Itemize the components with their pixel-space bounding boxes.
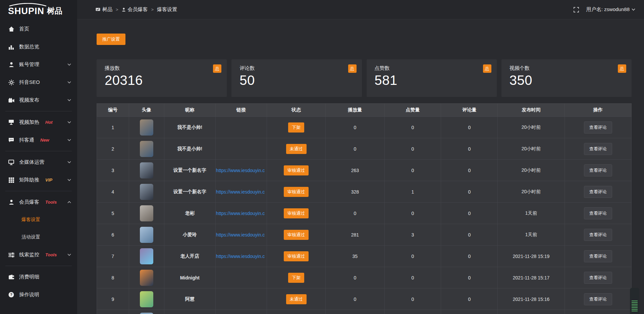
- cell-publish-time: [498, 310, 565, 314]
- cell-link[interactable]: https://www.iesdouyin.c: [215, 246, 267, 267]
- view-comments-button[interactable]: 查看评论: [584, 121, 612, 134]
- cell-link[interactable]: [215, 117, 267, 138]
- stat-value: 350: [509, 73, 624, 88]
- avatar[interactable]: [140, 141, 153, 157]
- cell-likes: 0: [384, 246, 441, 267]
- chevron-down-icon: [632, 8, 635, 11]
- stat-card-videos: 视频个数 350 总: [501, 59, 632, 97]
- signal-stripes-icon: [632, 301, 638, 312]
- sidebar-divider: [5, 151, 72, 151]
- breadcrumb-item-shupin[interactable]: 树品: [96, 6, 112, 13]
- table-row: [97, 310, 632, 314]
- cell-link[interactable]: [215, 138, 267, 160]
- status-badge[interactable]: 下架: [288, 273, 304, 283]
- sidebar-divider: [5, 266, 72, 266]
- cell-nickname: 老人开店: [164, 246, 215, 267]
- column-header: 发布时间: [498, 104, 565, 117]
- sidebar-item-clue-monitor[interactable]: 线索监控 Tools: [0, 246, 77, 264]
- cell-link[interactable]: https://www.iesdouyin.c: [215, 160, 267, 181]
- sidebar-item-home[interactable]: 首页: [0, 20, 77, 38]
- breadcrumb-item-member-baoke[interactable]: 会员爆客: [122, 6, 148, 13]
- chevron-down-icon: [67, 139, 71, 141]
- fullscreen-icon[interactable]: [574, 7, 579, 12]
- cell-link[interactable]: [215, 267, 267, 289]
- display-icon: [8, 159, 14, 165]
- avatar[interactable]: [140, 270, 153, 286]
- wallet-icon: [8, 274, 14, 280]
- cell-comments: 0: [441, 181, 498, 203]
- status-badge[interactable]: 下架: [288, 122, 304, 133]
- status-badge[interactable]: 审核通过: [284, 187, 309, 197]
- sidebar-item-video-heat[interactable]: 视频加热 Hot: [0, 113, 77, 131]
- cell-id: 4: [97, 181, 129, 203]
- sidebar-item-member-baoke[interactable]: 会员爆客 Tools: [0, 193, 77, 211]
- avatar[interactable]: [140, 205, 153, 221]
- view-comments-button[interactable]: 查看评论: [584, 143, 612, 155]
- view-comments-button[interactable]: 查看评论: [584, 164, 612, 176]
- sidebar-item-douketong[interactable]: 抖客通 New: [0, 131, 77, 149]
- bar-chart-icon: [8, 44, 14, 50]
- stat-label: 视频个数: [509, 65, 624, 71]
- table-row: 4 设置一个新名字 https://www.iesdouyin.c 审核通过 3…: [97, 181, 632, 203]
- sidebar-item-consumption-detail[interactable]: 消费明细: [0, 268, 77, 286]
- avatar[interactable]: [140, 227, 153, 243]
- cell-avatar: [129, 224, 164, 246]
- avatar[interactable]: [140, 162, 153, 178]
- floating-widget[interactable]: [630, 288, 639, 314]
- cell-link[interactable]: https://www.iesdouyin.c: [215, 224, 267, 246]
- chevron-down-icon: [67, 179, 71, 181]
- view-comments-button[interactable]: 查看评论: [584, 272, 612, 284]
- cell-id: 9: [97, 289, 129, 310]
- cell-id: 5: [97, 203, 129, 224]
- sidebar-divider: [5, 111, 72, 111]
- cell-plays: 0: [326, 117, 384, 138]
- user-menu[interactable]: 用户名: zswodun88: [586, 6, 635, 13]
- view-comments-button[interactable]: 查看评论: [584, 250, 612, 262]
- status-badge[interactable]: 审核通过: [284, 230, 309, 240]
- cell-avatar: [129, 138, 164, 160]
- sidebar-item-matrix-boost[interactable]: 矩阵助推 VIP: [0, 171, 77, 189]
- sidebar-item-video-publish[interactable]: 视频发布: [0, 91, 77, 109]
- view-comments-button[interactable]: 查看评论: [584, 207, 612, 219]
- view-comments-button[interactable]: 查看评论: [584, 293, 612, 305]
- cell-link[interactable]: [215, 310, 267, 314]
- avatar[interactable]: [140, 184, 153, 200]
- status-badge[interactable]: 未通过: [286, 294, 307, 304]
- sidebar-item-data-overview[interactable]: 数据总览: [0, 38, 77, 56]
- avatar[interactable]: [140, 248, 153, 264]
- view-comments-button[interactable]: 查看评论: [584, 229, 612, 241]
- cell-publish-time: 20小时前: [498, 138, 565, 160]
- avatar[interactable]: [140, 313, 153, 314]
- stat-value: 581: [375, 73, 489, 88]
- avatar[interactable]: [140, 119, 153, 136]
- table-row: 8 Midnight 下架 0 0 0 2021-11-28 15:17 查看评…: [97, 267, 632, 289]
- cell-link[interactable]: https://www.iesdouyin.c: [215, 181, 267, 203]
- sidebar-item-douyin-seo[interactable]: 抖音SEO: [0, 73, 77, 91]
- status-badge[interactable]: 审核通过: [284, 165, 309, 175]
- cell-likes: 1: [384, 181, 441, 203]
- table-row: 2 我不是小帅! 未通过 0 0 0 20小时前 查看评论: [97, 138, 632, 160]
- status-badge[interactable]: 审核通过: [284, 208, 309, 218]
- stat-label: 评论数: [239, 65, 354, 71]
- sidebar-item-account[interactable]: 账号管理: [0, 56, 77, 73]
- sidebar-subitem-activity-settings[interactable]: 活动设置: [0, 228, 77, 246]
- column-header: 状态: [267, 104, 325, 117]
- cell-nickname: Midnight: [164, 267, 215, 289]
- home-icon: [8, 26, 14, 32]
- cell-publish-time: 2021-11-28 15:19: [498, 246, 565, 267]
- avatar[interactable]: [140, 291, 153, 307]
- cell-link[interactable]: [215, 289, 267, 310]
- sidebar-divider: [5, 191, 72, 191]
- sidebar-item-label: 消费明细: [19, 274, 39, 280]
- cell-action: [565, 310, 631, 314]
- cell-link[interactable]: https://www.iesdouyin.c: [215, 203, 267, 224]
- cell-id: [97, 310, 129, 314]
- breadcrumb-item-baoke-settings: 爆客设置: [157, 6, 177, 13]
- status-badge[interactable]: 审核通过: [284, 251, 309, 261]
- sidebar-item-instructions[interactable]: ? 操作说明: [0, 286, 77, 304]
- status-badge[interactable]: 未通过: [286, 144, 307, 154]
- view-comments-button[interactable]: 查看评论: [584, 186, 612, 198]
- sidebar-item-media-operation[interactable]: 全媒体运营: [0, 153, 77, 171]
- promotion-settings-button[interactable]: 推广设置: [97, 34, 125, 45]
- sidebar-subitem-baoke-settings[interactable]: 爆客设置: [0, 211, 77, 228]
